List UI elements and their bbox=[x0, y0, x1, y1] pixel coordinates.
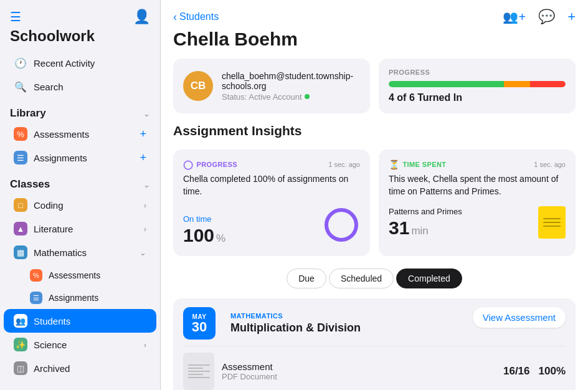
student-status: Status: Active Account bbox=[222, 92, 360, 102]
sidebar-item-library-assignments[interactable]: ☰ Assignments + bbox=[4, 146, 156, 169]
back-button[interactable]: ‹ Students bbox=[173, 11, 219, 24]
library-assessments-label: Assessments bbox=[34, 129, 133, 140]
sidebar-item-math-assessments[interactable]: % Assessments bbox=[4, 264, 156, 287]
progress-description: Chella completed 100% of assignments on … bbox=[183, 173, 360, 197]
recent-activity-label: Recent Activity bbox=[34, 58, 146, 69]
assignment-title-group: MAY 30 MATHEMATICS Multiplication & Divi… bbox=[183, 307, 361, 340]
mathematics-label: Mathematics bbox=[34, 247, 133, 258]
sidebar-item-science[interactable]: ✨ Science › bbox=[4, 333, 156, 356]
on-time-number: 100 bbox=[183, 225, 214, 246]
sidebar-item-math-assignments[interactable]: ☰ Assignments bbox=[4, 287, 156, 309]
notebook-line-2 bbox=[543, 222, 561, 223]
sidebar-header: ☰ 👤 bbox=[0, 0, 160, 27]
sidebar-item-search[interactable]: 🔍 Search bbox=[4, 75, 156, 98]
sidebar-item-recent-activity[interactable]: 🕐 Recent Activity bbox=[4, 51, 156, 75]
notebook-icon bbox=[538, 206, 566, 239]
coding-chevron-icon: › bbox=[144, 201, 146, 210]
date-day: 30 bbox=[192, 320, 207, 334]
tab-due[interactable]: Due bbox=[287, 269, 326, 288]
add-assessment-button[interactable]: + bbox=[140, 128, 146, 141]
time-desc-text: This week, Chella spent the most amount … bbox=[389, 174, 558, 196]
notebook-line-1 bbox=[543, 218, 561, 219]
add-student-icon[interactable]: 👥+ bbox=[503, 9, 526, 24]
tab-completed[interactable]: Completed bbox=[396, 269, 462, 288]
math-assessments-icon: % bbox=[30, 269, 42, 282]
sidebar-toggle-icon[interactable]: ☰ bbox=[10, 9, 21, 24]
sidebar-item-archived[interactable]: ◫ Archived bbox=[4, 356, 156, 380]
message-icon[interactable]: 💬 bbox=[538, 9, 555, 25]
mathematics-chevron-icon: ⌄ bbox=[140, 248, 146, 257]
student-email: chella_boehm@student.township-schools.or… bbox=[222, 71, 360, 91]
time-stat: Patterns and Primes 31 min bbox=[389, 207, 462, 239]
science-label: Science bbox=[34, 340, 138, 350]
classes-section-header[interactable]: Classes ⌄ bbox=[0, 169, 160, 193]
active-status-dot bbox=[305, 94, 310, 99]
progress-bar bbox=[389, 81, 566, 87]
progress-type-label: PROGRESS bbox=[196, 161, 237, 168]
main-content: ‹ Students 👥+ 💬 + Chella Boehm CB chella… bbox=[161, 0, 588, 390]
score-fraction: 16/16 bbox=[503, 365, 530, 378]
on-time-label: On time bbox=[183, 214, 225, 224]
assignment-card: MAY 30 MATHEMATICS Multiplication & Divi… bbox=[173, 298, 576, 390]
archived-label: Archived bbox=[34, 363, 146, 374]
coding-label: Coding bbox=[34, 200, 138, 211]
classes-title: Classes bbox=[10, 178, 50, 191]
time-description: This week, Chella spent the most amount … bbox=[389, 173, 566, 197]
math-assignments-icon: ☰ bbox=[30, 292, 42, 304]
progress-bar-green bbox=[389, 81, 504, 87]
pdf-line-2 bbox=[188, 368, 203, 369]
detail-score: 16/16 100% bbox=[503, 365, 566, 378]
assignment-name: Multiplication & Division bbox=[230, 321, 361, 335]
main-body: CB chella_boehm@student.township-schools… bbox=[161, 59, 588, 390]
students-icon: 👥 bbox=[14, 314, 27, 328]
clock-icon: 🕐 bbox=[14, 56, 27, 70]
library-section-header[interactable]: Library ⌄ bbox=[0, 98, 160, 122]
status-text: Status: Active Account bbox=[222, 92, 302, 102]
profile-icon[interactable]: 👤 bbox=[133, 9, 150, 25]
pdf-line-3 bbox=[188, 371, 210, 372]
avatar: CB bbox=[183, 71, 213, 101]
score-percent: 100% bbox=[539, 365, 566, 378]
literature-icon: ▲ bbox=[14, 222, 27, 235]
on-time-unit: % bbox=[216, 232, 225, 245]
sidebar-item-library-assessments[interactable]: % Assessments + bbox=[4, 122, 156, 146]
progress-bar-yellow bbox=[504, 81, 531, 87]
donut-chart bbox=[323, 206, 360, 246]
literature-chevron-icon: › bbox=[144, 224, 146, 234]
time-insight-type: ⏳ TIME SPENT bbox=[389, 159, 446, 169]
library-assignments-label: Assignments bbox=[34, 153, 133, 163]
literature-label: Literature bbox=[34, 224, 138, 234]
sidebar-item-literature[interactable]: ▲ Literature › bbox=[4, 217, 156, 240]
file-info: Assessment PDF Document bbox=[222, 361, 277, 381]
on-time-value: 100% bbox=[183, 225, 225, 246]
page-title: Chella Boehm bbox=[161, 25, 588, 59]
assignment-date-badge: MAY 30 bbox=[183, 307, 216, 340]
time-insight-header: ⏳ TIME SPENT 1 sec. ago bbox=[389, 159, 566, 169]
assignment-header: MAY 30 MATHEMATICS Multiplication & Divi… bbox=[183, 307, 566, 340]
classes-chevron-icon: ⌄ bbox=[143, 180, 150, 189]
back-label: Students bbox=[179, 11, 219, 22]
add-assignment-button[interactable]: + bbox=[140, 151, 146, 164]
assessments-lib-icon: % bbox=[14, 127, 27, 141]
header-actions: 👥+ 💬 + bbox=[503, 9, 576, 25]
add-icon[interactable]: + bbox=[567, 9, 576, 25]
tab-scheduled[interactable]: Scheduled bbox=[329, 269, 394, 288]
view-assessment-button[interactable]: View Assessment bbox=[473, 307, 566, 328]
sidebar-item-students[interactable]: 👥 Students bbox=[4, 309, 156, 333]
archived-icon: ◫ bbox=[14, 361, 27, 375]
top-cards: CB chella_boehm@student.township-schools… bbox=[173, 59, 576, 113]
progress-stat-row: On time 100% bbox=[183, 206, 360, 246]
main-header: ‹ Students 👥+ 💬 + bbox=[161, 0, 588, 25]
students-label: Students bbox=[34, 316, 146, 326]
insights-title: Assignment Insights bbox=[173, 123, 576, 138]
time-card-time: 1 sec. ago bbox=[534, 161, 566, 168]
insights-cards: ◯ PROGRESS 1 sec. ago Chella completed 1… bbox=[173, 150, 576, 256]
sidebar: ☰ 👤 Schoolwork 🕐 Recent Activity 🔍 Searc… bbox=[0, 0, 161, 390]
search-icon: 🔍 bbox=[14, 80, 27, 93]
sidebar-item-mathematics[interactable]: ▩ Mathematics ⌄ bbox=[4, 240, 156, 264]
sidebar-item-coding[interactable]: □ Coding › bbox=[4, 193, 156, 217]
back-chevron-icon: ‹ bbox=[173, 11, 177, 24]
time-number: 31 bbox=[389, 217, 409, 239]
time-insight-card: ⏳ TIME SPENT 1 sec. ago This week, Chell… bbox=[379, 150, 576, 256]
pdf-line-5 bbox=[188, 377, 210, 378]
